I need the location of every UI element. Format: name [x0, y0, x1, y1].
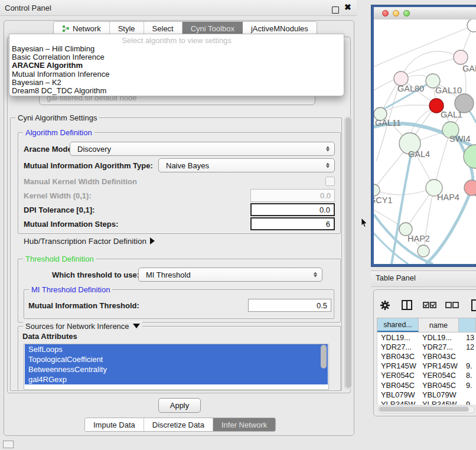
- attribute-item[interactable]: SelfLoops: [25, 344, 328, 354]
- mi-type-select[interactable]: Naive Bayes: [158, 158, 335, 172]
- minimized-panel-icon[interactable]: [3, 441, 14, 448]
- table-cell: 9.: [461, 400, 476, 405]
- sources-toggle[interactable]: Sources for Network Inference: [23, 322, 142, 331]
- network-canvas[interactable]: GAL7GAL80GAL10GAL1GAL11SWI4GAL4GCY1HAP4Y…: [374, 19, 476, 264]
- attributes-scrollbar-thumb[interactable]: [321, 345, 327, 369]
- unchecked-attributes-icon[interactable]: [445, 302, 459, 309]
- table-row[interactable]: YBL079WYBL079W: [377, 390, 476, 399]
- table-row[interactable]: YDL19...YDL19...13: [377, 332, 476, 342]
- tab-select[interactable]: Select: [144, 22, 182, 35]
- network-node-label: HAP2: [407, 234, 430, 243]
- hub-definition-toggle[interactable]: Hub/Transcription Factor Definition: [24, 237, 155, 246]
- apply-button[interactable]: Apply: [158, 398, 201, 413]
- attribute-item[interactable]: BetweennessCentrality: [25, 364, 328, 374]
- dpi-tolerance-field[interactable]: 0.0: [250, 203, 335, 216]
- which-threshold-value: MI Threshold: [146, 270, 191, 279]
- table-cell: YDR27...: [377, 343, 420, 351]
- tab-label: Impute Data: [93, 420, 135, 429]
- split-columns-icon[interactable]: [402, 300, 412, 310]
- table-row[interactable]: YDR27...YDR27...12: [377, 342, 476, 351]
- tab-style[interactable]: Style: [110, 22, 144, 35]
- checked-attributes-icon[interactable]: [423, 302, 437, 309]
- column-header-shared-name[interactable]: shared...: [377, 318, 419, 332]
- network-node-label: GAL7: [462, 64, 476, 73]
- algorithm-option[interactable]: Bayesian – Hill Climbing: [9, 45, 344, 53]
- table-row[interactable]: YER054CYER054C8.: [377, 371, 476, 380]
- aracne-mode-value: Discovery: [77, 145, 111, 154]
- network-graph-icon: [62, 25, 70, 32]
- table-cell: YBR043C: [420, 352, 461, 361]
- stepper-icon: [314, 272, 317, 278]
- table-horizontal-scrollbar-thumb[interactable]: [379, 407, 469, 412]
- tab-label: Style: [118, 24, 135, 33]
- close-icon[interactable]: ✖: [344, 2, 351, 12]
- manual-kernel-checkbox[interactable]: [325, 177, 335, 186]
- network-node[interactable]: [464, 145, 476, 168]
- mi-steps-field[interactable]: 6: [250, 217, 335, 230]
- algorithm-dropdown-popup: Select algorithm to view settings Bayesi…: [9, 34, 344, 96]
- float-window-icon[interactable]: [332, 6, 339, 14]
- chevron-down-icon: [133, 324, 140, 328]
- table-row[interactable]: YLR345WYLR345W9.: [377, 399, 476, 405]
- network-node-label: GAL4: [408, 149, 430, 159]
- table-header-row: shared... name: [377, 318, 476, 332]
- data-attributes-list[interactable]: SelfLoopsTopologicalCoefficientBetweenne…: [24, 344, 329, 390]
- network-node[interactable]: [455, 94, 474, 113]
- tab-infer-network[interactable]: Infer Network: [213, 418, 275, 431]
- table-cell: YLR345W: [420, 400, 461, 405]
- settings-scrollbar-thumb[interactable]: [345, 118, 351, 388]
- network-node-label: GAL80: [397, 84, 424, 93]
- network-svg: GAL7GAL80GAL10GAL1GAL11SWI4GAL4GCY1HAP4Y…: [374, 19, 476, 264]
- mi-threshold-field[interactable]: 0.5: [248, 299, 331, 312]
- algorithm-option[interactable]: ARACNE Algorithm: [9, 61, 344, 70]
- network-window-titlebar[interactable]: [374, 7, 476, 20]
- tab-jactivemnodules[interactable]: jActiveMNodules: [243, 22, 317, 35]
- network-node-gcy1[interactable]: [374, 184, 380, 196]
- bottom-tabs: Impute Data Discretize Data Infer Networ…: [84, 418, 276, 432]
- network-node[interactable]: [467, 19, 476, 32]
- column-header-name[interactable]: name: [419, 318, 459, 332]
- tab-label: Discretize Data: [152, 420, 204, 429]
- table-cell: YBL079W: [420, 390, 461, 399]
- tab-cyni-toolbox[interactable]: Cyni Toolbox: [182, 22, 243, 35]
- algorithm-list: Bayesian – Hill ClimbingBasic Correlatio…: [9, 45, 344, 95]
- table-cell: 12: [461, 343, 476, 351]
- mi-threshold-label: Mutual Information Threshold:: [28, 301, 139, 310]
- algorithm-option[interactable]: Mutual Information Inference: [9, 70, 344, 79]
- minimize-traffic-icon[interactable]: [393, 10, 399, 17]
- tab-network[interactable]: Network: [54, 22, 110, 35]
- data-attributes-label: Data Attributes: [22, 332, 77, 341]
- network-node-label: GAL11: [375, 118, 401, 128]
- algorithm-option[interactable]: Bayesian – K2: [9, 79, 344, 87]
- function-builder-icon[interactable]: [471, 299, 476, 311]
- algorithm-option[interactable]: Basic Correlation Inference: [9, 53, 344, 61]
- gear-icon[interactable]: [380, 300, 390, 311]
- close-traffic-icon[interactable]: [382, 10, 389, 17]
- aracne-mode-select[interactable]: Discovery: [70, 142, 335, 156]
- tab-discretize-data[interactable]: Discretize Data: [144, 418, 213, 431]
- table-cell: YBR045C: [420, 381, 461, 390]
- tab-impute-data[interactable]: Impute Data: [85, 418, 144, 431]
- table-cell: YPR145W: [377, 361, 420, 370]
- zoom-traffic-icon[interactable]: [403, 10, 410, 17]
- attribute-item[interactable]: gal4RGexp: [25, 374, 328, 384]
- table-row[interactable]: YPR145WYPR145W9.: [377, 361, 476, 371]
- attribute-item[interactable]: TopologicalCoefficient: [25, 354, 328, 364]
- algorithm-option[interactable]: Dream8 DC_TDC Algorithm: [9, 87, 344, 95]
- column-header-clipped[interactable]: [459, 318, 476, 332]
- mouse-cursor-icon: [361, 217, 368, 228]
- table-cell: YLR345W: [377, 400, 420, 405]
- table-cell: YBR045C: [377, 381, 420, 390]
- algorithm-placeholder: Select algorithm to view settings: [9, 34, 344, 45]
- table-cell: YDL19...: [377, 333, 420, 342]
- kernel-width-field[interactable]: 0.0: [250, 189, 335, 202]
- network-node[interactable]: [418, 245, 429, 257]
- sources-title: Sources for Network Inference: [25, 322, 129, 331]
- table-cell: 9.: [461, 361, 476, 370]
- table-row[interactable]: YBR045CYBR045C9.: [377, 380, 476, 390]
- table-row[interactable]: YBR043CYBR043C: [377, 351, 476, 361]
- which-threshold-select[interactable]: MI Threshold: [138, 268, 322, 282]
- which-threshold-label: Which threshold to use:: [52, 270, 139, 279]
- aracne-mode-label: Aracne Mode:: [24, 145, 74, 154]
- network-node-gal7[interactable]: [454, 50, 468, 64]
